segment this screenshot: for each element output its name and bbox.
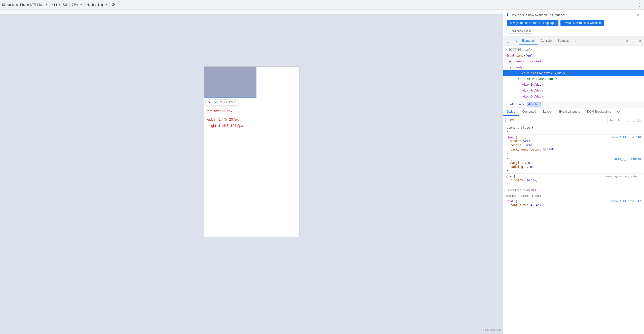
tab-elements[interactable]: Elements <box>519 37 538 45</box>
toggle-classes-icon[interactable]: ⬚ <box>631 118 636 122</box>
div-ua-rule-close: } <box>506 182 641 186</box>
html-rule-header[interactable]: demo_3_10.html:112 html { <box>506 200 641 203</box>
box-height-prop[interactable]: height: 3rem; <box>506 143 641 147</box>
hov-filter-button[interactable]: :hov <box>609 119 615 122</box>
viewport-height[interactable]: 736 <box>62 3 67 7</box>
html-rule: demo_3_10.html:112 html { font-size: 41.… <box>503 199 644 208</box>
style-tabs: Styles Computed Layout Event Listeners D… <box>503 108 644 116</box>
rotate-icon[interactable]: ⟳ <box>112 2 115 7</box>
demo-box <box>204 67 256 98</box>
element-tooltip: div.box 207 × 124.2 <box>205 99 239 105</box>
inherited-tag[interactable]: html <box>531 188 538 192</box>
close-notification-button[interactable]: × <box>636 12 640 18</box>
filter-input[interactable] <box>505 117 608 123</box>
star-padding-prop[interactable]: padding: ▶ 0; <box>506 165 641 169</box>
body-open-line[interactable]: ▼ <body> <box>503 65 644 70</box>
breadcrumb-body[interactable]: body <box>516 102 526 107</box>
always-match-button[interactable]: Always match Chrome's language <box>507 20 558 26</box>
breadcrumb-divbox[interactable]: div.box <box>527 102 541 107</box>
filter-icons: ⬚ ⬚ ⬚ <box>626 118 642 122</box>
color-swatch-pink[interactable] <box>543 148 546 151</box>
switch-devtools-button[interactable]: Switch DevTools to Chinese <box>560 20 604 26</box>
more-options-icon[interactable]: ⋮ <box>637 2 642 8</box>
notification-buttons: Always match Chrome's language Switch De… <box>507 20 640 26</box>
box-bgcolor-prop[interactable]: background-color: pink; <box>506 147 641 152</box>
doctype-line[interactable]: <!DOCTYPE html> <box>503 47 644 53</box>
top-toolbar: Dimensions: iPhone 6/7/8 Plus ▼ 414 x 73… <box>0 0 644 10</box>
cls-filter-button[interactable]: .cls <box>616 119 620 122</box>
throttle-chevron: ▼ <box>105 3 107 6</box>
tooltip-class: .box <box>213 101 219 104</box>
font-size-info: font-size: 41.4px <box>207 108 243 114</box>
inspector-icon[interactable]: ⬚ <box>504 37 512 44</box>
viewport-width[interactable]: 414 <box>52 3 57 7</box>
star-rule-header[interactable]: demo_3_10.html:8 * { <box>506 157 641 161</box>
element-style-selector[interactable]: element.style { <box>506 125 641 130</box>
box-width-prop[interactable]: width: 5rem; <box>506 139 641 143</box>
new-style-rule-icon[interactable]: ⬚ <box>626 118 630 122</box>
box-selector[interactable]: .box { <box>506 135 517 140</box>
html-tree: <!DOCTYPE html> <html lang="en"> ▶ <head… <box>503 45 644 101</box>
separator <box>50 2 50 7</box>
div3-line[interactable]: <div>3</div> <box>503 94 644 100</box>
div-box-line[interactable]: ... <div class="box"> </div> == $0 <box>503 70 644 76</box>
html-rule-source[interactable]: demo_3_10.html:112 <box>611 200 641 203</box>
tooltip-dims: 207 × 124.2 <box>220 101 236 104</box>
dont-show-again-button[interactable]: Don't show again <box>507 28 534 34</box>
zoom-label[interactable]: 78% <box>72 3 78 7</box>
star-selector[interactable]: * { <box>506 157 512 161</box>
info-icon: ℹ <box>507 13 508 17</box>
inherited-from-label: Inherited from html <box>503 187 644 193</box>
device-toggle-icon[interactable]: ▭ <box>512 37 519 44</box>
html-selector[interactable]: html { <box>506 199 517 204</box>
event-listeners-tab[interactable]: Event Listeners <box>556 108 584 116</box>
tab-sources[interactable]: Sources <box>555 37 572 45</box>
box-rule-source[interactable]: demo_3_10.html:118 <box>611 136 641 139</box>
styles-content[interactable]: element.style { } demo_3_10.html:118 .bo… <box>503 124 644 334</box>
device-frame: div.box 207 × 124.2 font-size: 41.4px wi… <box>204 66 299 237</box>
throttle-label[interactable]: No throttling <box>87 3 103 7</box>
div-ua-source: user agent stylesheet <box>606 175 641 178</box>
div-ua-selector[interactable]: div { <box>506 174 515 179</box>
separator2 <box>69 2 70 7</box>
close-devtools-button[interactable]: × <box>637 38 643 44</box>
copy-styles-icon[interactable]: ⬚ <box>637 118 642 122</box>
add-style-button[interactable]: + <box>622 118 624 122</box>
star-rule-close: } <box>506 169 641 172</box>
div1-line[interactable]: <div>1</div> <box>503 82 644 88</box>
div-ua-rule-header[interactable]: user agent stylesheet div { <box>506 175 641 178</box>
more-options-devtools-icon[interactable]: ⋮ <box>630 38 637 44</box>
breadcrumb-html[interactable]: html <box>505 102 515 107</box>
box-rule-header[interactable]: demo_3_10.html:118 .box { <box>506 136 641 139</box>
tab-console[interactable]: Console <box>538 37 555 45</box>
notification-title: DevTools is now available in Chinese! <box>510 13 634 17</box>
box-rule-close: } <box>506 152 641 155</box>
computed-tab[interactable]: Computed <box>519 108 540 116</box>
star-margin-prop[interactable]: margin: ▶ 0; <box>506 161 641 165</box>
viewport: div.box 207 × 124.2 font-size: 41.4px wi… <box>0 10 503 334</box>
comment-line[interactable]: <!-- <div class="box"> <box>503 76 644 82</box>
notification-banner: ℹ DevTools is now available in Chinese! … <box>503 10 644 36</box>
x-label: x <box>59 3 60 7</box>
notification-header: ℹ DevTools is now available in Chinese! … <box>507 12 640 18</box>
dom-breakpoints-tab[interactable]: DOM Breakpoints <box>584 108 615 116</box>
element-style-rule: element.style { } <box>503 124 644 135</box>
html-fontsize-prop[interactable]: font-size: 41.4px; <box>506 203 641 207</box>
more-tabs-button[interactable]: » <box>573 38 579 44</box>
html-open-line[interactable]: <html lang="en"> <box>503 53 644 59</box>
width-calc: width=41.4*5=207px <box>207 116 243 123</box>
more-style-tabs-button[interactable]: >> <box>615 109 622 115</box>
head-line[interactable]: ▶ <head> … </head> <box>503 59 644 64</box>
devtools-tabs: ⬚ ▭ Elements Console Sources » ⚙ ⋮ × <box>503 36 644 45</box>
watermark: CSDN 学享所编 <box>481 328 501 332</box>
div-ua-rule: user agent stylesheet div { display: blo… <box>503 174 644 187</box>
layout-tab[interactable]: Layout <box>540 108 556 116</box>
dimensions-label[interactable]: Dimensions: iPhone 6/7/8 Plus <box>2 3 43 7</box>
div2-line[interactable]: <div>2</div> <box>503 88 644 93</box>
styles-tab[interactable]: Styles <box>503 108 519 116</box>
star-rule-source[interactable]: demo_3_10.html:8 <box>614 157 641 161</box>
div-display-prop[interactable]: display: block; <box>506 178 641 182</box>
media-query: @media (width: 414px) <box>503 193 644 199</box>
settings-icon[interactable]: ⚙ <box>623 38 630 44</box>
star-rule: demo_3_10.html:8 * { margin: ▶ 0; paddin… <box>503 156 644 174</box>
